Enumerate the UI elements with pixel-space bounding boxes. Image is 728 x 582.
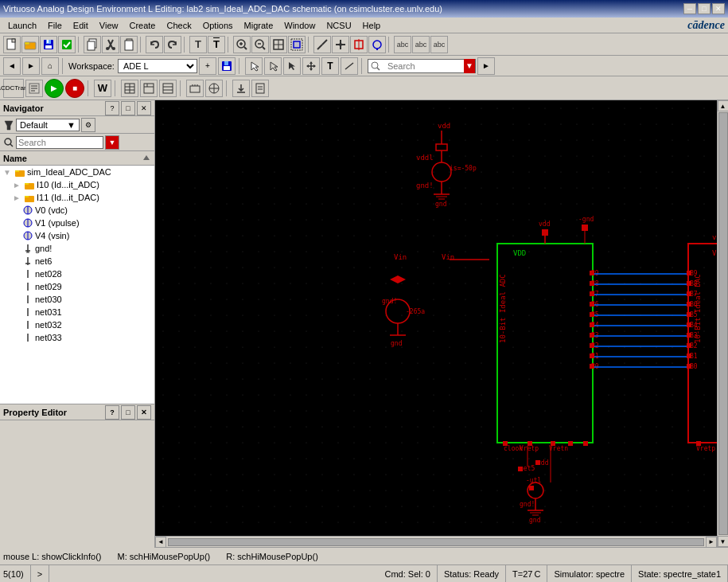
text-bold-button[interactable]: T	[208, 36, 225, 53]
tree-item-net030[interactable]: net030	[0, 293, 154, 306]
pin-button[interactable]	[332, 36, 349, 53]
search-go-button[interactable]: ►	[477, 57, 495, 75]
tree-item-net033[interactable]: net033	[0, 331, 154, 344]
menu-create[interactable]: Create	[124, 20, 160, 31]
minimize-button[interactable]: ─	[683, 3, 696, 14]
tree-item-v0[interactable]: V0 (vdc)	[0, 204, 154, 217]
toolbar-search-input[interactable]	[384, 60, 464, 72]
navigator-close-button[interactable]: ✕	[137, 101, 151, 115]
workspace-save-button[interactable]	[218, 57, 236, 75]
waveform-button[interactable]: W	[94, 80, 111, 97]
workspace-select[interactable]: ADE L	[118, 59, 197, 73]
tree-item-gnd[interactable]: gnd!	[0, 242, 154, 255]
tree-item-i10[interactable]: ► I10 (Id...it_ADC)	[0, 178, 154, 191]
maximize-button[interactable]: □	[698, 3, 710, 14]
scroll-left-button[interactable]: ◄	[155, 537, 166, 548]
abc-btn3[interactable]: abc	[430, 36, 448, 53]
property-float-button[interactable]: □	[121, 405, 135, 420]
open-button[interactable]	[21, 36, 39, 53]
filter-dropdown[interactable]: Default ▼	[16, 119, 80, 131]
prev-view-button[interactable]: ◄	[3, 57, 21, 75]
copy-button[interactable]	[84, 36, 101, 53]
menu-help[interactable]: Help	[358, 20, 386, 31]
schematic-canvas[interactable]: vdd vddl is=-50p gnd! gnd Vin	[155, 100, 728, 547]
horizontal-scrollbar[interactable]: ◄ ►	[155, 536, 717, 547]
navigator-search-input[interactable]	[16, 136, 103, 149]
scroll-up-button[interactable]: ▲	[718, 100, 729, 111]
cursor-button[interactable]	[283, 57, 301, 75]
netlist-button[interactable]	[25, 80, 43, 97]
ac-dc-trans-button[interactable]: AC DC Trans	[3, 79, 24, 98]
svg-rect-164	[503, 441, 508, 446]
abc-btn1[interactable]: abc	[394, 36, 411, 53]
text-add-button[interactable]: T	[189, 36, 207, 53]
tree-item-net032[interactable]: net032	[0, 318, 154, 331]
svg-marker-43	[309, 61, 313, 64]
next-view-button[interactable]: ►	[22, 57, 40, 75]
menu-migrate[interactable]: Migrate	[239, 20, 278, 31]
check-button[interactable]	[58, 36, 76, 53]
zoom-in-button[interactable]	[233, 36, 251, 53]
menu-file[interactable]: File	[43, 20, 67, 31]
scroll-thumb[interactable]	[718, 112, 728, 535]
hscroll-thumb[interactable]	[168, 538, 704, 546]
tree-item-label: sim_Ideal_ADC_DAC	[27, 167, 111, 177]
stop-button[interactable]: ■	[65, 79, 84, 98]
move-button[interactable]	[302, 57, 320, 75]
menu-options[interactable]: Options	[198, 20, 238, 31]
property-help-button[interactable]: ?	[105, 405, 119, 420]
property-close-button[interactable]: ✕	[137, 405, 151, 420]
tree-item-net031[interactable]: net031	[0, 306, 154, 318]
corner-button[interactable]	[186, 80, 204, 97]
abc-btn2[interactable]: abc	[412, 36, 430, 53]
select-button[interactable]	[245, 57, 263, 75]
home-button[interactable]: ⌂	[41, 57, 59, 75]
tree-item-v1[interactable]: V1 (vpulse)	[0, 217, 154, 229]
filter-settings-button[interactable]: ⚙	[81, 118, 95, 132]
settings-button[interactable]	[140, 80, 158, 97]
search-dropdown-button[interactable]: ▼	[464, 59, 475, 73]
instance-button[interactable]	[350, 36, 368, 53]
undo-button[interactable]	[146, 36, 163, 53]
save-button[interactable]	[40, 36, 57, 53]
tree-item-v4[interactable]: V4 (vsin)	[0, 229, 154, 242]
run-button[interactable]: ▶	[45, 79, 64, 98]
menu-window[interactable]: Window	[279, 20, 320, 31]
tree-item-net028[interactable]: net028	[0, 268, 154, 280]
param-button[interactable]	[159, 80, 177, 97]
zoom-selected-button[interactable]	[288, 36, 306, 53]
menu-launch[interactable]: Launch	[3, 20, 41, 31]
navigator-help-button[interactable]: ?	[105, 101, 119, 115]
annotate-btn[interactable]	[251, 80, 269, 97]
output-btn[interactable]	[232, 80, 250, 97]
scroll-right-button[interactable]: ►	[706, 537, 717, 548]
tree-item-net029[interactable]: net029	[0, 280, 154, 293]
tree-item-i11[interactable]: ► I11 (Id...it_DAC)	[0, 191, 154, 204]
zoom-fit-button[interactable]	[270, 36, 287, 53]
paste-button[interactable]	[120, 36, 138, 53]
probe-button[interactable]	[368, 36, 386, 53]
workspace-add-button[interactable]: +	[199, 57, 216, 75]
new-button[interactable]	[3, 36, 21, 53]
navigator-search-options-button[interactable]: ▼	[105, 135, 119, 150]
select2-button[interactable]	[264, 57, 282, 75]
menu-view[interactable]: View	[95, 20, 123, 31]
text-tool-button[interactable]: T	[321, 57, 339, 75]
vertical-scrollbar[interactable]: ▲ ▼	[717, 100, 728, 547]
tree-item-label: net030	[35, 295, 62, 304]
cut-button[interactable]	[102, 36, 119, 53]
menu-ncsu[interactable]: NCSU	[321, 20, 356, 31]
redo-button[interactable]	[164, 36, 181, 53]
zoom-out-button[interactable]	[251, 36, 269, 53]
ruler-button[interactable]	[341, 57, 358, 75]
tree-item-sim-ideal[interactable]: ▼ sim_Ideal_ADC_DAC	[0, 166, 154, 178]
scroll-down-button[interactable]: ▼	[718, 536, 729, 547]
env-btn[interactable]	[205, 80, 223, 97]
table-button[interactable]	[121, 80, 138, 97]
tree-item-net6[interactable]: net6	[0, 255, 154, 268]
menu-check[interactable]: Check	[162, 20, 196, 31]
navigator-float-button[interactable]: □	[121, 101, 135, 115]
wire-button[interactable]	[313, 36, 331, 53]
close-button[interactable]: ✕	[712, 3, 725, 14]
menu-edit[interactable]: Edit	[68, 20, 93, 31]
